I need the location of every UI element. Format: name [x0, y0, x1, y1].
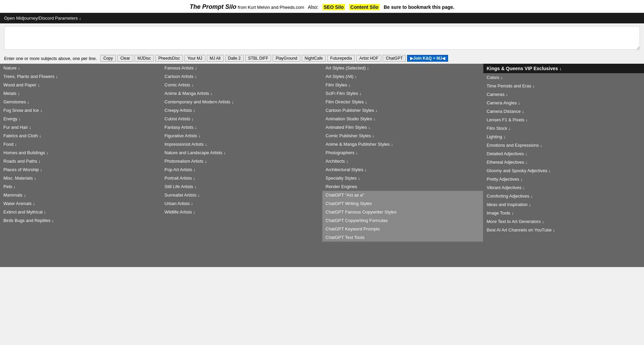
list-item[interactable]: ChatGPT "Act as a"	[322, 191, 483, 199]
list-item[interactable]: Film Styles ↓	[322, 81, 483, 89]
list-item[interactable]: Render Engines	[322, 182, 483, 191]
list-item[interactable]: ChatGPT Keyword Prompts	[322, 225, 483, 233]
list-item[interactable]: Detailed Adjectives ↓	[483, 149, 644, 158]
list-item[interactable]: Specialty Styles ↓	[322, 174, 483, 182]
list-item[interactable]: ChatGPT Copywriting Formulas	[322, 216, 483, 225]
controls-label: Enter one or more subjects above, one pe…	[4, 56, 97, 61]
list-item[interactable]: Anime & Manga Artists ↓	[161, 89, 322, 98]
list-item[interactable]: Architectural Styles ↓	[322, 165, 483, 174]
list-item[interactable]: Vibrant Adjectives ↓	[483, 183, 644, 192]
list-item[interactable]: Art Styles (All) ↓	[322, 72, 483, 81]
list-item[interactable]: Cameras ↓	[483, 90, 644, 99]
list-item[interactable]: ChatGPT Famous Copywriter Styles	[322, 208, 483, 216]
list-item[interactable]: Nature ↓	[0, 64, 161, 72]
list-item[interactable]: Photographers ↓	[322, 148, 483, 157]
list-item[interactable]: Cubist Artists ↓	[161, 115, 322, 123]
list-item[interactable]: Cartoon Publisher Styles ↓	[322, 106, 483, 115]
yourmj-button[interactable]: Your MJ	[184, 55, 205, 62]
list-item[interactable]: Trees, Plants and Flowers ↓	[0, 72, 161, 81]
list-item[interactable]: Famous Artists ↓	[161, 64, 322, 72]
list-item[interactable]: Urban Artists ↓	[161, 199, 322, 208]
list-item[interactable]: Camera Angles ↓	[483, 99, 644, 107]
chatgpt-button[interactable]: ChatGPT	[383, 55, 406, 62]
list-item[interactable]: Energy ↓	[0, 115, 161, 123]
list-item[interactable]: ChatGPT Text Tools	[322, 233, 483, 242]
list-item[interactable]: Wood and Paper ↓	[0, 81, 161, 89]
list-item[interactable]: Camera Distance ↓	[483, 107, 644, 116]
list-item[interactable]: Fantasy Artists ↓	[161, 123, 322, 131]
list-item[interactable]: Pop Art Artists ↓	[161, 165, 322, 174]
list-item[interactable]: Art Styles (Selected) ↓	[322, 64, 483, 72]
textarea-area	[0, 23, 644, 54]
main-grid: Nature ↓Trees, Plants and Flowers ↓Wood …	[0, 64, 644, 267]
list-item[interactable]: Lighting ↓	[483, 133, 644, 141]
list-item[interactable]: Comic Publisher Styles ↓	[322, 131, 483, 140]
list-item[interactable]: Creepy Artists ↓	[161, 106, 322, 115]
list-item[interactable]: Architects ↓	[322, 157, 483, 165]
copy-button[interactable]: Copy	[100, 55, 116, 62]
list-item[interactable]: Best AI Art Channels on YouTube ↓	[483, 226, 644, 234]
pheedsdisc-button[interactable]: PheedsDisc	[155, 55, 183, 62]
playground-button[interactable]: PlayGround	[273, 55, 300, 62]
list-item[interactable]: ChatGPT Writing Styles	[322, 199, 483, 208]
list-item[interactable]: Food ↓	[0, 140, 161, 148]
list-item[interactable]: Still Life Artists ↓	[161, 182, 322, 191]
list-item[interactable]: Photorealism Artists ↓	[161, 157, 322, 165]
params-bar[interactable]: Open Midjourney/Discord Parameters ↓	[0, 13, 644, 23]
list-item[interactable]: Animation Studio Styles ↓	[322, 115, 483, 123]
list-item[interactable]: Impressionist Artists ↓	[161, 140, 322, 148]
list-item[interactable]: Pretty Adjectives ↓	[483, 175, 644, 183]
list-item[interactable]: Pets ↓	[0, 182, 161, 191]
dalle2-button[interactable]: Dalle 2	[225, 55, 244, 62]
list-item[interactable]: Roads and Paths ↓	[0, 157, 161, 165]
list-item[interactable]: Cartoon Artists ↓	[161, 72, 322, 81]
list-item[interactable]: Fog Snow and Ice ↓	[0, 106, 161, 115]
col4-header[interactable]: Kings & Queens VIP Exclusives ↓	[483, 64, 644, 73]
list-item[interactable]: Metals ↓	[0, 89, 161, 98]
futurepedia-button[interactable]: Futurepedia	[327, 55, 355, 62]
list-item[interactable]: Homes and Buildings ↓	[0, 148, 161, 157]
list-item[interactable]: More Text to Art Generators ↓	[483, 217, 644, 226]
list-item[interactable]: Fur and Hair ↓	[0, 123, 161, 131]
list-item[interactable]: Image Tools ↓	[483, 209, 644, 217]
list-item[interactable]: Ethereal Adjectives ↓	[483, 158, 644, 166]
also-label: Also:	[308, 4, 318, 10]
stbldiff-button[interactable]: STBL DIFF	[245, 55, 271, 62]
nightcafe-button[interactable]: NightCafe	[302, 55, 326, 62]
list-item[interactable]: Emotions and Expressions ↓	[483, 141, 644, 149]
list-item[interactable]: Comforting Adjectives ↓	[483, 192, 644, 200]
list-item[interactable]: SciFi Film Styles ↓	[322, 89, 483, 98]
list-item[interactable]: Gloomy and Spooky Adjectives ↓	[483, 166, 644, 175]
list-item[interactable]: Film Stock ↓	[483, 124, 644, 133]
list-item[interactable]: Lenses F1 & Pixels ↓	[483, 116, 644, 124]
list-item[interactable]: Extinct and Mythical ↓	[0, 208, 161, 216]
list-item[interactable]: Fabrics and Cloth ↓	[0, 131, 161, 140]
list-item[interactable]: Nature and Landscape Artists ↓	[161, 148, 322, 157]
list-item[interactable]: Contemporary and Modern Artists ↓	[161, 98, 322, 106]
list-item[interactable]: Time Periods and Eras ↓	[483, 82, 644, 90]
joinkq-button[interactable]: ▶Join K&Q + MJ◀	[407, 55, 448, 62]
mjdisc-button[interactable]: MJDisc	[135, 55, 154, 62]
list-item[interactable]: Misc. Materials ↓	[0, 174, 161, 182]
list-item[interactable]: Film Director Styles ↓	[322, 98, 483, 106]
list-item[interactable]: Anime & Manga Publisher Styles ↓	[322, 140, 483, 148]
list-item[interactable]: Animated Film Styles ↓	[322, 123, 483, 131]
prompt-textarea[interactable]	[4, 26, 640, 50]
list-item[interactable]: Birds Bugs and Reptiles ↓	[0, 216, 161, 225]
list-item[interactable]: Comic Artists ↓	[161, 81, 322, 89]
artisthof-button[interactable]: Artist HOF	[356, 55, 381, 62]
clear-button[interactable]: Clear	[117, 55, 133, 62]
content-silo-link[interactable]: Content Silo	[349, 4, 380, 10]
list-item[interactable]: Water Animals ↓	[0, 199, 161, 208]
list-item[interactable]: Mammals ↓	[0, 191, 161, 199]
mjall-button[interactable]: MJ All	[207, 55, 224, 62]
list-item[interactable]: Gemstones ↓	[0, 98, 161, 106]
list-item[interactable]: Surrealist Artists ↓	[161, 191, 322, 199]
list-item[interactable]: Figurative Artists ↓	[161, 131, 322, 140]
list-item[interactable]: Wildlife Artists ↓	[161, 208, 322, 216]
list-item[interactable]: Ideas and Inspiration ↓	[483, 200, 644, 209]
list-item[interactable]: Places of Worship ↓	[0, 165, 161, 174]
list-item[interactable]: Colors ↓	[483, 73, 644, 82]
list-item[interactable]: Portrait Artists ↓	[161, 174, 322, 182]
seo-silo-link[interactable]: SEO Silo	[322, 4, 345, 10]
